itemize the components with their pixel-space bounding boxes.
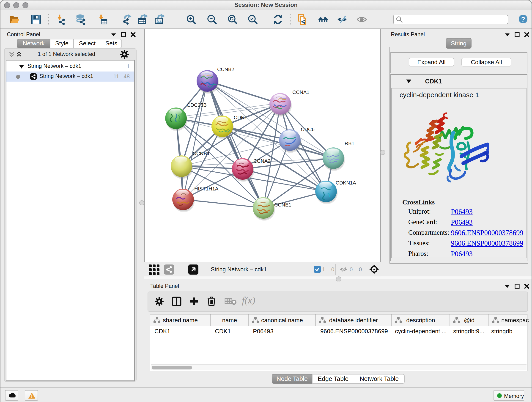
svg-text:CCNA1: CCNA1	[292, 89, 310, 95]
svg-text:CCNB1: CCNB1	[193, 151, 210, 156]
svg-text:CDC25B: CDC25B	[187, 102, 207, 108]
svg-text:CCNE1: CCNE1	[274, 202, 291, 208]
svg-text:HIST1H1A: HIST1H1A	[194, 186, 218, 191]
svg-text:CDK1: CDK1	[234, 115, 247, 120]
svg-text:CDKN1A: CDKN1A	[336, 180, 356, 186]
svg-text:CCNB2: CCNB2	[217, 66, 234, 72]
svg-text:CDC6: CDC6	[301, 127, 315, 132]
svg-text:CCNA2: CCNA2	[253, 158, 271, 164]
svg-text:RB1: RB1	[345, 140, 355, 146]
